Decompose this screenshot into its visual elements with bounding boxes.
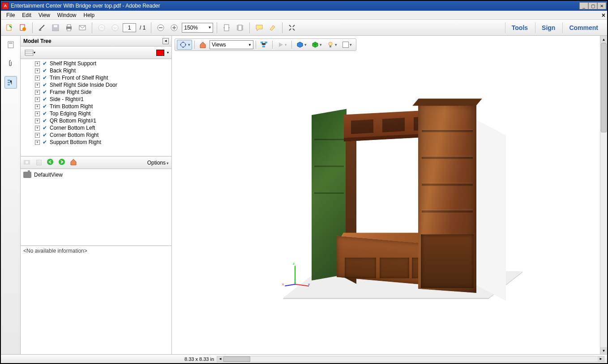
checkbox-icon[interactable]: ✔ [42,68,48,74]
checkbox-icon[interactable]: ✔ [42,82,48,88]
checkbox-icon[interactable]: ✔ [42,118,48,124]
minimize-button[interactable]: _ [579,2,588,9]
scroll-thumb[interactable] [601,43,607,132]
menu-view[interactable]: View [35,11,54,19]
checkbox-icon[interactable]: ✔ [42,110,48,117]
checkbox-icon[interactable]: ✔ [42,89,48,95]
menu-file[interactable]: File [3,11,18,19]
highlight-icon[interactable] [267,22,278,34]
expand-icon[interactable]: + [35,111,40,116]
render-mode-icon[interactable] [309,40,324,50]
lighting-icon[interactable] [325,40,339,50]
menu-help[interactable]: Help [80,11,98,19]
tree-item[interactable]: +✔Top Edging Right [21,110,171,117]
thumbnails-icon[interactable] [4,38,17,51]
highlight-color-swatch[interactable] [156,50,164,56]
model-tree-list[interactable]: +✔Shelf Right Support+✔Back Right+✔Trim … [21,59,171,157]
vertical-scrollbar[interactable]: ▲ ▼ [600,36,607,354]
views-list[interactable]: DefaultView [21,169,171,245]
model-tree-icon[interactable] [4,76,17,89]
scroll-thumb-h[interactable] [223,356,250,362]
horizontal-scrollbar[interactable]: ◄ ► [217,356,604,362]
attachments-icon[interactable] [4,57,17,70]
export-pdf-icon[interactable] [17,22,29,34]
checkbox-icon[interactable]: ✔ [42,103,48,110]
zoom-in-icon[interactable] [168,22,180,34]
expand-icon[interactable]: + [35,126,40,131]
checkbox-icon[interactable]: ✔ [42,75,48,81]
checkbox-icon[interactable]: ✔ [42,60,48,67]
print-icon[interactable] [63,22,75,34]
checkbox-icon[interactable]: ✔ [42,132,48,138]
isolate-part-icon[interactable] [294,40,308,50]
view-item-default[interactable]: DefaultView [22,171,170,179]
tree-item[interactable]: +✔Corner Bottom Right [21,131,171,139]
restore-button[interactable]: ▢ [588,2,597,9]
document-viewer[interactable]: Views [172,36,607,354]
sign-link[interactable]: Sign [535,22,561,33]
model-hierarchy-icon[interactable] [258,40,270,50]
tree-item[interactable]: +✔Trim Bottom Right [21,103,171,110]
home-view-icon[interactable] [70,158,77,167]
tree-item[interactable]: +✔QR Bottom Right#1 [21,117,171,124]
page-number-input[interactable] [123,23,136,32]
expand-icon[interactable]: + [35,133,40,138]
tree-item[interactable]: +✔Shelf Right Side Inside Door [21,81,171,89]
comment-link[interactable]: Comment [562,22,604,33]
scroll-up-arrow[interactable]: ▲ [600,36,607,43]
expand-icon[interactable]: + [35,140,40,145]
expand-icon[interactable]: + [35,104,40,109]
rotate-tool-icon[interactable] [177,40,192,50]
checkbox-icon[interactable]: ✔ [42,125,48,131]
prev-view-icon[interactable] [47,158,54,167]
views-options-menu[interactable]: Options [147,160,169,166]
background-color-icon[interactable] [340,40,354,50]
expand-icon[interactable]: + [35,61,40,66]
fit-width-icon[interactable] [221,22,232,34]
new-view-icon[interactable] [23,158,31,167]
3d-model-render[interactable]: z y x [269,94,510,304]
views-dropdown[interactable]: Views [210,40,253,49]
close-button[interactable]: ✕ [597,2,606,9]
scroll-down-arrow[interactable]: ▼ [600,347,607,354]
email-icon[interactable] [77,22,88,34]
tree-item[interactable]: +✔Frame Right Side [21,89,171,96]
home-view-icon[interactable] [197,40,209,50]
separator [217,22,217,33]
tree-item[interactable]: +✔Side - Right#1 [21,96,171,103]
tree-item[interactable]: +✔Shelf Right Support [21,60,171,67]
menu-window[interactable]: Window [54,11,80,19]
checkbox-icon[interactable]: ✔ [42,96,48,102]
scroll-right-arrow[interactable]: ► [598,356,604,362]
expand-icon[interactable]: + [35,97,40,102]
expand-icon[interactable]: + [35,119,40,123]
menu-edit[interactable]: Edit [18,11,35,19]
fit-page-icon[interactable] [234,22,246,34]
sign-icon[interactable] [36,22,48,34]
expand-icon[interactable]: + [35,68,40,73]
tree-view-mode-icon[interactable]: ▾ [23,47,37,59]
separator [151,22,151,33]
tree-item-label: Shelf Right Side Inside Door [50,82,117,88]
tree-item[interactable]: +✔Support Bottom Right [21,139,171,146]
convert-pdf-icon[interactable] [4,22,15,34]
comment-bubble-icon[interactable] [253,22,265,34]
close-document-button[interactable]: × [602,12,605,19]
tree-item[interactable]: +✔Back Right [21,67,171,74]
expand-icon[interactable]: + [35,76,40,80]
tools-link[interactable]: Tools [505,22,534,33]
scroll-left-arrow[interactable]: ◄ [217,356,223,362]
next-view-icon[interactable] [58,158,65,167]
zoom-out-icon[interactable] [155,22,167,34]
checkbox-icon[interactable]: ✔ [42,139,48,145]
tree-item[interactable]: +✔Corner Bottom Left [21,124,171,131]
delete-view-icon[interactable] [36,158,42,167]
tree-item[interactable]: +✔Trim Front of Shelf Right [21,74,171,81]
zoom-select[interactable]: 150% [182,23,213,33]
3d-toolbar: Views [175,38,356,51]
read-mode-icon[interactable] [286,22,298,34]
collapse-panel-button[interactable]: ◄ [163,38,169,44]
expand-icon[interactable]: + [35,83,40,88]
expand-icon[interactable]: + [35,90,40,95]
page-up-icon [96,22,107,34]
